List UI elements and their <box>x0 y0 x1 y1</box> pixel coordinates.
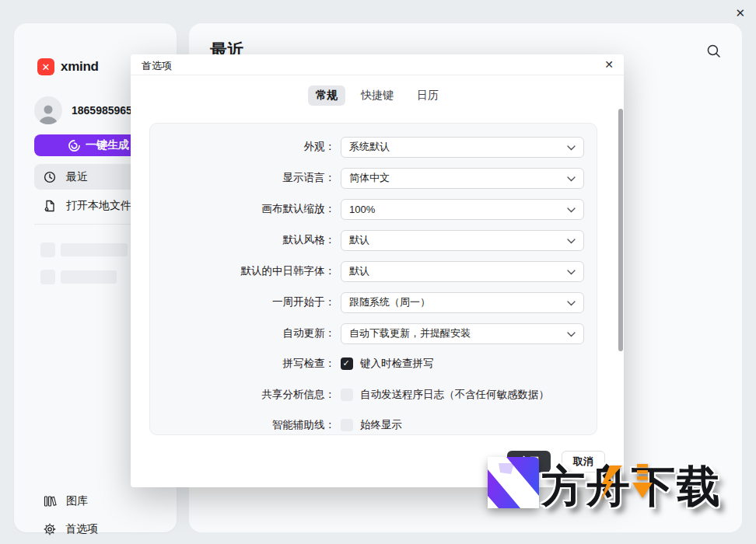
setting-label: 默认风格： <box>150 233 335 247</box>
chevron-down-icon <box>567 239 576 244</box>
tab-general[interactable]: 常规 <box>308 85 345 106</box>
setting-label: 自动更新： <box>150 326 335 340</box>
chevron-down-icon <box>567 145 576 151</box>
cjk-font-select[interactable]: 默认 <box>341 261 584 282</box>
skeleton-square <box>40 270 55 284</box>
library-icon <box>44 495 57 507</box>
search-icon <box>706 44 721 58</box>
checkbox-label: 自动发送程序日志（不含任何敏感数据） <box>360 388 549 402</box>
select-value: 自动下载更新，并提醒安装 <box>349 326 471 340</box>
dialog-title: 首选项 <box>142 59 172 73</box>
tab-shortcuts[interactable]: 快捷键 <box>353 85 401 106</box>
skeleton-square <box>40 242 55 257</box>
skeleton-bar <box>61 243 128 256</box>
setting-row-week-start: 一周开始于： 跟随系统（周一） <box>150 287 597 318</box>
settings-panel: 外观： 系统默认 显示语言： 简体中文 画布默认缩放： 100% 默认风格： 默… <box>149 123 597 435</box>
setting-row-language: 显示语言： 简体中文 <box>150 162 597 194</box>
dialog-scrollbar[interactable] <box>618 109 623 351</box>
setting-label: 共享分析信息： <box>150 388 335 402</box>
smart-guides-checkbox[interactable] <box>341 419 353 431</box>
user-phone: 18659859656 <box>72 104 138 117</box>
setting-label: 显示语言： <box>150 171 335 185</box>
tab-calendar[interactable]: 日历 <box>409 85 446 106</box>
chevron-down-icon <box>567 270 576 275</box>
dialog-header: 首选项 ✕ <box>131 54 624 75</box>
sidebar-item-label: 打开本地文件 <box>66 199 131 213</box>
window-close-icon[interactable]: ✕ <box>735 6 745 20</box>
select-value: 默认 <box>349 233 369 247</box>
sidebar-item-preferences[interactable]: 首选项 <box>44 522 98 536</box>
gear-icon <box>44 523 56 535</box>
setting-row-cjk-font: 默认的中日韩字体： 默认 <box>150 256 597 287</box>
select-value: 系统默认 <box>349 140 390 154</box>
ai-swirl-icon <box>68 140 80 152</box>
setting-row-spell-check: 拼写检查： 键入时检查拼写 <box>150 348 597 379</box>
chevron-down-icon <box>567 207 576 213</box>
fangzhou-logo-icon <box>488 457 539 508</box>
brand-name: xmind <box>61 59 99 75</box>
spell-check-checkbox[interactable] <box>341 357 353 370</box>
dialog-close-icon[interactable]: ✕ <box>604 58 614 71</box>
brand: ✕ xmind <box>37 58 99 75</box>
setting-row-default-zoom: 画布默认缩放： 100% <box>150 194 597 225</box>
sidebar-item-label: 首选项 <box>65 522 98 536</box>
xmind-logo-icon: ✕ <box>37 58 54 75</box>
skeleton-bar <box>61 270 117 284</box>
download-arrow-icon <box>632 464 653 503</box>
checkbox-label: 始终显示 <box>360 418 402 432</box>
setting-label: 智能辅助线： <box>150 418 335 432</box>
style-select[interactable]: 默认 <box>341 230 584 251</box>
setting-label: 外观： <box>150 140 335 154</box>
zoom-select[interactable]: 100% <box>341 199 584 220</box>
search-button[interactable] <box>706 44 721 58</box>
select-value: 简体中文 <box>349 171 390 185</box>
sidebar-item-label: 最近 <box>66 170 88 184</box>
setting-row-auto-update: 自动更新： 自动下载更新，并提醒安装 <box>150 318 597 349</box>
checkbox-label: 键入时检查拼写 <box>360 357 434 371</box>
language-select[interactable]: 简体中文 <box>341 168 584 189</box>
setting-row-share-analytics: 共享分析信息： 自动发送程序日志（不含任何敏感数据） <box>150 379 597 410</box>
chevron-down-icon <box>567 176 576 182</box>
person-icon <box>37 103 60 124</box>
preferences-dialog: 首选项 ✕ 常规 快捷键 日历 外观： 系统默认 显示语言： 简体中文 画布默认… <box>131 54 624 487</box>
setting-label: 默认的中日韩字体： <box>150 264 335 278</box>
sidebar-item-gallery[interactable]: 图库 <box>44 494 88 508</box>
setting-label: 一周开始于： <box>150 295 335 309</box>
week-start-select[interactable]: 跟随系统（周一） <box>341 292 584 313</box>
setting-row-default-style: 默认风格： 默认 <box>150 225 597 256</box>
lightning-bolt-icon <box>600 466 622 501</box>
appearance-select[interactable]: 系统默认 <box>341 137 584 158</box>
user-avatar[interactable] <box>34 96 62 124</box>
setting-label: 拼写检查： <box>150 357 335 371</box>
setting-row-smart-guides: 智能辅助线： 始终显示 <box>150 410 597 435</box>
sidebar-item-label: 图库 <box>66 494 88 508</box>
generate-label: 一键生成 <box>86 138 129 152</box>
setting-row-appearance: 外观： 系统默认 <box>150 131 597 162</box>
auto-update-select[interactable]: 自动下载更新，并提醒安装 <box>341 323 584 344</box>
dialog-tabs: 常规 快捷键 日历 <box>131 85 624 106</box>
chevron-down-icon <box>567 332 576 337</box>
select-value: 跟随系统（周一） <box>349 295 430 309</box>
watermark-logo <box>488 457 539 508</box>
clock-icon <box>44 171 56 183</box>
select-value: 100% <box>349 204 375 215</box>
open-file-icon <box>44 200 56 212</box>
chevron-down-icon <box>567 301 576 306</box>
select-value: 默认 <box>349 264 369 278</box>
setting-label: 画布默认缩放： <box>150 202 335 216</box>
share-analytics-checkbox[interactable] <box>341 389 353 401</box>
